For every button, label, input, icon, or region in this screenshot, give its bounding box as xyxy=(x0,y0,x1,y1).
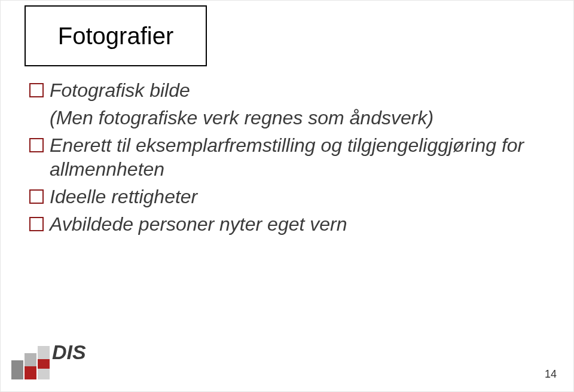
slide: Fotografier Fotografisk bilde (Men fotog… xyxy=(0,0,574,392)
bullet-icon xyxy=(29,217,44,231)
svg-rect-4 xyxy=(38,359,50,369)
list-item: Enerett til eksemplarfremstilling og til… xyxy=(29,133,544,181)
list-item: Avbildede personer nyter eget vern xyxy=(29,212,544,236)
bullet-text: Fotografisk bilde xyxy=(50,78,190,102)
bullet-icon xyxy=(29,83,44,97)
bullet-text: Ideelle rettigheter xyxy=(50,185,197,209)
svg-rect-2 xyxy=(25,366,36,379)
logo-icon: DIS xyxy=(11,332,101,379)
svg-text:DIS: DIS xyxy=(52,341,86,363)
title-box: Fotografier xyxy=(25,5,207,66)
list-item: Ideelle rettigheter xyxy=(29,185,544,209)
page-title: Fotografier xyxy=(58,23,173,50)
page-number: 14 xyxy=(545,368,557,381)
bullet-list: Fotografisk bilde (Men fotografiske verk… xyxy=(29,78,544,240)
list-item: Fotografisk bilde xyxy=(29,78,544,102)
bullet-continuation: (Men fotografiske verk regnes som åndsve… xyxy=(50,106,544,130)
bullet-icon xyxy=(29,138,44,152)
bullet-text: Enerett til eksemplarfremstilling og til… xyxy=(50,133,544,181)
svg-rect-0 xyxy=(11,360,23,379)
bullet-icon xyxy=(29,189,44,204)
bullet-text: Avbildede personer nyter eget vern xyxy=(50,212,347,236)
